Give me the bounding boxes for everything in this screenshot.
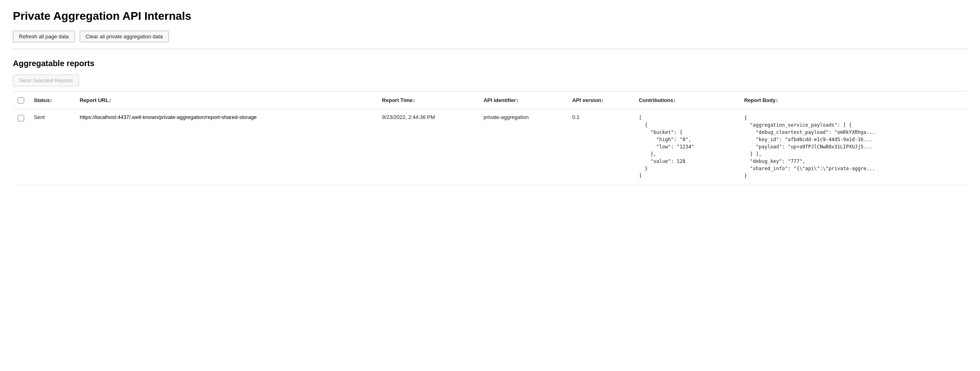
refresh-button[interactable]: Refresh all page data	[13, 31, 75, 42]
row-status: Sent	[29, 109, 75, 185]
select-all-checkbox[interactable]	[18, 97, 24, 104]
divider	[13, 49, 967, 49]
row-report-body: { "aggregation_service_payloads": [ { "d…	[739, 109, 967, 185]
row-report-time: 9/23/2022, 2:44:36 PM	[377, 109, 479, 185]
reports-table: Status↕ Report URL↕ Report Time↕ API ide…	[13, 91, 967, 185]
row-api-version: 0.1	[567, 109, 634, 185]
header-report-time: Report Time↕	[377, 92, 479, 109]
header-contributions: Contributions↕	[634, 92, 739, 109]
table-header: Status↕ Report URL↕ Report Time↕ API ide…	[13, 92, 967, 109]
row-contributions: [ { "bucket": { "high": "0", "low": "123…	[634, 109, 739, 185]
clear-button[interactable]: Clear all private aggregation data	[80, 31, 169, 42]
section-title: Aggregatable reports	[13, 59, 967, 68]
row-report-url: https://localhost:4437/.well-known/priva…	[75, 109, 377, 185]
header-checkbox-col	[13, 92, 29, 109]
page-title: Private Aggregation API Internals	[13, 10, 967, 23]
top-buttons: Refresh all page data Clear all private …	[13, 31, 967, 42]
header-api-version: API version↕	[567, 92, 634, 109]
table-row: Sent https://localhost:4437/.well-known/…	[13, 109, 967, 185]
table-body: Sent https://localhost:4437/.well-known/…	[13, 109, 967, 185]
row-checkbox[interactable]	[18, 115, 24, 121]
header-report-body: Report Body↕	[739, 92, 967, 109]
row-api-identifier: private-aggregation	[479, 109, 567, 185]
header-api-identifier: API identifier↕	[479, 92, 567, 109]
send-button-wrapper: Send Selected Reports	[13, 75, 967, 86]
send-selected-reports-button[interactable]: Send Selected Reports	[13, 75, 79, 86]
header-status: Status↕	[29, 92, 75, 109]
row-checkbox-cell	[13, 109, 29, 185]
header-report-url: Report URL↕	[75, 92, 377, 109]
